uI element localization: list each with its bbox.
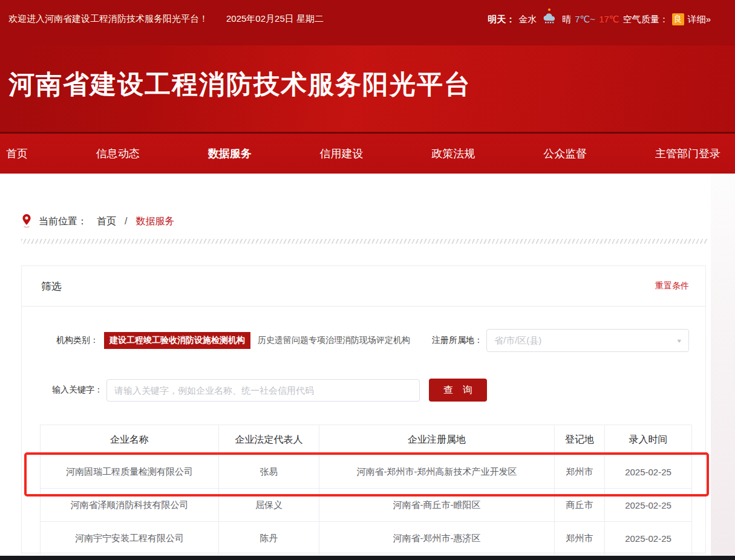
col-registered-location: 企业注册属地	[319, 425, 555, 455]
cell-registry-city: 商丘市	[555, 489, 605, 522]
table-header-row: 企业名称 企业法定代表人 企业注册属地 登记地 录入时间	[41, 425, 692, 455]
table-row[interactable]: 河南省泽顺消防科技有限公司 屈保义 河南省-商丘市-睢阳区 商丘市 2025-0…	[41, 489, 692, 522]
filter-panel: 筛选 重置条件 机构类别： 建设工程竣工验收消防设施检测机构 历史遗留问题专项治…	[21, 265, 706, 553]
page: 欢迎进入河南省建设工程消防技术服务阳光平台！ 2025年02月25日 星期二 明…	[0, 0, 735, 560]
weather-dot-icon	[548, 8, 550, 11]
results-table: 企业名称 企业法定代表人 企业注册属地 登记地 录入时间 河南固瑞工程质量检测有…	[40, 425, 692, 555]
main-nav: 首页 信息动态 数据服务 信用建设 政策法规 公众监督 主管部门登录	[0, 132, 735, 174]
cell-registered-location: 河南省-商丘市-睢阳区	[319, 489, 555, 522]
cell-legal-rep: 陈丹	[219, 522, 319, 555]
col-legal-rep: 企业法定代表人	[219, 425, 319, 455]
cell-legal-rep: 屈保义	[219, 489, 319, 522]
breadcrumb: 当前位置： 首页 / 数据服务	[22, 213, 735, 229]
bottom-dark-bar	[0, 556, 735, 560]
weather-label: 明天：	[488, 14, 515, 25]
chevron-down-icon: ▾	[677, 337, 681, 344]
welcome-text: 欢迎进入河南省建设工程消防技术服务阳光平台！	[8, 13, 208, 25]
cell-company-name: 河南宇宁安装工程有限公司	[41, 522, 219, 555]
breadcrumb-label: 当前位置：	[39, 215, 87, 228]
cloud-icon	[541, 13, 557, 25]
region-select[interactable]: 省/市/区(县) ▾	[486, 329, 689, 352]
aqi-badge: 良	[672, 13, 684, 25]
nav-item-home[interactable]: 首页	[6, 146, 28, 161]
table-row[interactable]: 河南固瑞工程质量检测有限公司 张易 河南省-郑州市-郑州高新技术产业开发区 郑州…	[41, 455, 692, 489]
category-option-unselected[interactable]: 历史遗留问题专项治理消防现场评定机构	[258, 335, 410, 346]
current-date: 2025年02月25日 星期二	[226, 13, 324, 25]
hero-banner: 河南省建设工程消防技术服务阳光平台	[0, 45, 735, 132]
weather-condition: 晴	[562, 14, 571, 25]
filter-row-keyword: 输入关键字： 查 询	[52, 379, 689, 402]
nav-item-supervision[interactable]: 公众监督	[543, 146, 587, 161]
region-label: 注册所属地：	[432, 335, 483, 346]
weather-widget: 明天： 金水 晴 7℃~ 17℃ 空气质量： 良 详细»	[488, 13, 711, 25]
weather-district: 金水	[518, 14, 537, 25]
location-pin-icon	[22, 213, 31, 229]
nav-item-policy[interactable]: 政策法规	[431, 146, 475, 161]
stripe-divider	[21, 239, 708, 244]
temp-high: 17℃	[599, 14, 619, 25]
filter-panel-header: 筛选 重置条件	[22, 266, 705, 307]
cell-entry-date: 2025-02-25	[605, 489, 692, 522]
keyword-label: 输入关键字：	[52, 385, 103, 396]
breadcrumb-current-link[interactable]: 数据服务	[136, 215, 174, 228]
region-select-placeholder: 省/市/区(县)	[494, 335, 541, 347]
cell-registry-city: 郑州市	[555, 522, 605, 555]
cell-company-name: 河南省泽顺消防科技有限公司	[41, 489, 219, 522]
reset-filters-link[interactable]: 重置条件	[655, 281, 689, 291]
nav-item-data-service[interactable]: 数据服务	[208, 146, 252, 161]
table-row[interactable]: 河南宇宁安装工程有限公司 陈丹 河南省-郑州市-惠济区 郑州市 2025-02-…	[41, 522, 692, 555]
col-company-name: 企业名称	[41, 425, 219, 455]
nav-item-admin-login[interactable]: 主管部门登录	[655, 146, 720, 161]
category-label: 机构类别：	[56, 335, 99, 346]
aqi-label: 空气质量：	[623, 14, 668, 25]
cell-company-name: 河南固瑞工程质量检测有限公司	[41, 455, 219, 489]
keyword-input[interactable]	[106, 379, 420, 402]
site-title: 河南省建设工程消防技术服务阳光平台	[8, 67, 735, 102]
breadcrumb-home-link[interactable]: 首页	[97, 215, 116, 228]
nav-item-credit[interactable]: 信用建设	[319, 146, 363, 161]
col-entry-date: 录入时间	[605, 425, 692, 455]
cell-registered-location: 河南省-郑州市-惠济区	[319, 522, 555, 555]
breadcrumb-separator: /	[125, 216, 127, 227]
cell-registry-city: 郑州市	[555, 455, 605, 489]
filter-row-category: 机构类别： 建设工程竣工验收消防设施检测机构 历史遗留问题专项治理消防现场评定机…	[56, 329, 689, 352]
weather-detail-link[interactable]: 详细»	[688, 14, 711, 25]
category-option-selected[interactable]: 建设工程竣工验收消防设施检测机构	[104, 332, 250, 349]
cell-registered-location: 河南省-郑州市-郑州高新技术产业开发区	[319, 455, 555, 489]
temp-low: 7℃~	[575, 14, 595, 25]
nav-item-news[interactable]: 信息动态	[96, 146, 140, 161]
col-registry-city: 登记地	[555, 425, 605, 455]
right-edge-strip	[711, 175, 735, 556]
filter-title: 筛选	[41, 279, 62, 293]
top-bar: 欢迎进入河南省建设工程消防技术服务阳光平台！ 2025年02月25日 星期二 明…	[0, 0, 735, 45]
cell-entry-date: 2025-02-25	[605, 455, 692, 489]
search-button[interactable]: 查 询	[429, 379, 487, 402]
cell-entry-date: 2025-02-25	[605, 522, 692, 555]
cell-legal-rep: 张易	[219, 455, 319, 489]
